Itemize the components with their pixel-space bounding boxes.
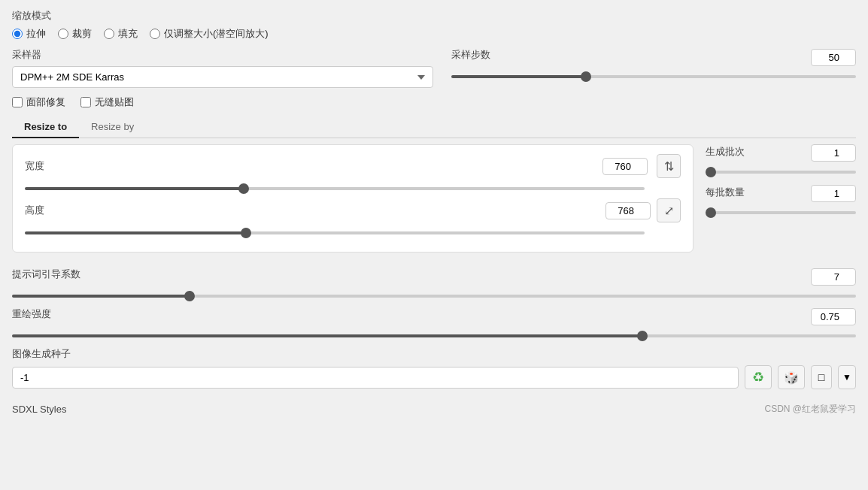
resize-tabs: Resize to Resize by — [12, 116, 856, 138]
sampler-section: 采样器 DPM++ 2M SDE Karras Euler Euler a DP… — [12, 48, 856, 88]
sdxl-styles-label: SDXL Styles — [12, 404, 67, 415]
width-row: 宽度 ⇅ — [25, 154, 681, 192]
radio-stretch-input[interactable] — [12, 29, 23, 39]
radio-latent[interactable]: 仅调整大小(潜空间放大) — [150, 27, 269, 41]
batch-size-value[interactable] — [811, 185, 856, 202]
face-restore-label: 面部修复 — [26, 95, 65, 109]
seed-dropdown-button[interactable]: ▼ — [838, 365, 856, 389]
height-row: 高度 ⤢ — [25, 198, 681, 237]
radio-crop-label: 裁剪 — [72, 27, 92, 41]
width-label: 宽度 — [25, 159, 47, 173]
face-restore-input[interactable] — [12, 97, 23, 107]
denoising-label: 重绘强度 — [12, 307, 51, 321]
sampler-left: 采样器 DPM++ 2M SDE Karras Euler Euler a DP… — [12, 48, 433, 88]
tiling-label: 无缝贴图 — [95, 95, 134, 109]
width-slider[interactable] — [25, 187, 645, 190]
seed-label: 图像生成种子 — [12, 347, 856, 361]
seed-recycle-button[interactable]: ♻ — [745, 365, 772, 389]
tab-resize-to[interactable]: Resize to — [12, 116, 79, 138]
batch-count-row: 生成批次 — [706, 144, 856, 176]
swap-icon: ⇅ — [664, 159, 674, 174]
seed-reset-button[interactable]: 🎲 — [778, 365, 805, 389]
radio-crop-input[interactable] — [58, 29, 68, 39]
radio-fill[interactable]: 填充 — [104, 27, 138, 41]
height-slider[interactable] — [25, 231, 645, 234]
scale-mode-section: 缩放模式 拉伸 裁剪 填充 仅调整大小(潜空间放大) — [12, 9, 856, 41]
cfg-scale-value[interactable] — [811, 268, 856, 286]
sampling-steps-label: 采样步数 — [451, 48, 490, 62]
dimensions-right: 生成批次 每批数量 — [706, 144, 856, 260]
batch-size-slider[interactable] — [706, 211, 856, 214]
radio-fill-label: 填充 — [118, 27, 138, 41]
swap-dimensions-button[interactable]: ⇅ — [657, 154, 681, 178]
checkbox-row: 面部修复 无缝贴图 — [12, 95, 856, 109]
watermark-text: CSDN @红老鼠爱学习 — [764, 403, 856, 416]
seed-input[interactable] — [12, 367, 739, 389]
lock-ratio-button[interactable]: ⤢ — [657, 198, 681, 222]
radio-stretch-label: 拉伸 — [26, 27, 46, 41]
tiling-input[interactable] — [80, 97, 91, 107]
face-restore-checkbox[interactable]: 面部修复 — [12, 95, 65, 109]
bottom-bar: SDXL Styles CSDN @红老鼠爱学习 — [12, 397, 856, 416]
scale-mode-radio-group: 拉伸 裁剪 填充 仅调整大小(潜空间放大) — [12, 27, 856, 41]
seed-extra-button[interactable]: □ — [811, 365, 832, 389]
batch-size-row: 每批数量 — [706, 185, 856, 216]
dimensions-area: 宽度 ⇅ — [12, 144, 856, 260]
radio-crop[interactable]: 裁剪 — [58, 27, 92, 41]
scale-mode-label: 缩放模式 — [12, 9, 856, 23]
radio-fill-input[interactable] — [104, 29, 114, 39]
sampling-steps-section: 采样步数 — [451, 48, 856, 80]
seed-section: 图像生成种子 ♻ 🎲 □ ▼ — [12, 347, 856, 389]
dimensions-left: 宽度 ⇅ — [12, 144, 693, 260]
batch-count-label: 生成批次 — [706, 145, 745, 159]
denoising-value[interactable] — [811, 308, 856, 325]
cfg-scale-slider[interactable] — [12, 295, 856, 298]
denoising-row: 重绘强度 — [12, 307, 856, 340]
batch-count-slider[interactable] — [706, 171, 856, 174]
height-label: 高度 — [25, 204, 47, 217]
batch-count-value[interactable] — [811, 144, 856, 162]
width-value[interactable] — [602, 158, 648, 175]
radio-stretch[interactable]: 拉伸 — [12, 27, 46, 41]
main-container: 缩放模式 拉伸 裁剪 填充 仅调整大小(潜空间放大) 采样器 — [0, 0, 868, 490]
dimension-side-icons: ⇅ — [657, 154, 681, 178]
seed-row: ♻ 🎲 □ ▼ — [12, 365, 856, 389]
lock-icon: ⤢ — [664, 204, 674, 218]
height-value[interactable] — [605, 202, 651, 219]
batch-size-label: 每批数量 — [706, 186, 745, 199]
radio-latent-input[interactable] — [150, 29, 160, 39]
tiling-checkbox[interactable]: 无缝贴图 — [80, 95, 134, 109]
sampling-steps-slider[interactable] — [451, 75, 856, 78]
sampling-steps-value[interactable] — [811, 49, 856, 66]
sampler-select[interactable]: DPM++ 2M SDE Karras Euler Euler a DPM++ … — [12, 66, 433, 88]
tab-resize-by[interactable]: Resize by — [79, 116, 146, 138]
resize-section: 宽度 ⇅ — [12, 144, 693, 253]
radio-latent-label: 仅调整大小(潜空间放大) — [164, 27, 269, 41]
cfg-scale-label: 提示词引导系数 — [12, 268, 80, 281]
sampler-label: 采样器 — [12, 48, 433, 62]
denoising-slider[interactable] — [12, 334, 856, 337]
cfg-scale-row: 提示词引导系数 — [12, 268, 856, 300]
